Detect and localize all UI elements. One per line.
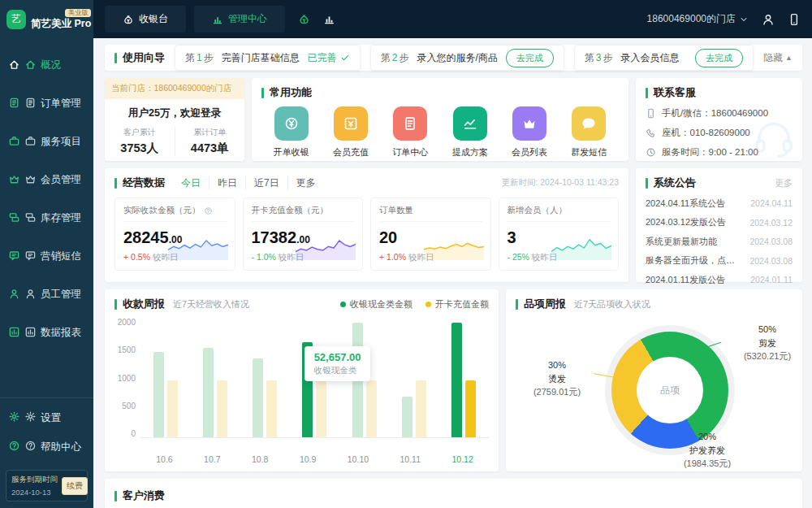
- sidebar-item-gear[interactable]: 设置: [0, 403, 93, 432]
- sidebar-item-report[interactable]: 数据报表: [0, 314, 93, 352]
- sidebar-item-service[interactable]: 服务项目: [0, 123, 93, 161]
- announcement-title[interactable]: 系统更新最新功能: [646, 236, 717, 248]
- announcements-card: 系统公告 更多 2024.04.11系统公告 2024.04.11 2024.0…: [636, 168, 802, 282]
- section-accent-bar: [261, 88, 264, 98]
- announcement-title[interactable]: 2024.01.11发版公告: [646, 274, 725, 286]
- bar-group[interactable]: [402, 380, 426, 437]
- sidebar-item-label: 数据报表: [41, 326, 81, 340]
- bar-group[interactable]: [203, 348, 227, 437]
- step-1-desc: 完善门店基础信息: [222, 51, 300, 65]
- bar-chart-quick-icon[interactable]: [323, 13, 335, 25]
- bar-group[interactable]: [153, 352, 178, 437]
- mobile-icon[interactable]: [788, 13, 801, 26]
- bar[interactable]: [316, 380, 326, 437]
- announcement-row: 2024.03.12发版公告 2024.03.12: [646, 216, 793, 228]
- mobile-icon: [646, 108, 656, 119]
- inventory-icon: [24, 211, 37, 226]
- help-icon: [8, 440, 20, 454]
- bubble-icon: [572, 106, 606, 141]
- weekly-revenue-header: 收款周报 近7天经营收入情况 收银现金类金额 开卡充值金额: [114, 297, 489, 311]
- quick-fn-trend[interactable]: 提成方案: [452, 106, 488, 158]
- bar[interactable]: [253, 358, 263, 437]
- sidebar-footer-menu: 设置 帮助中心: [0, 403, 93, 462]
- quick-fn-yencircle[interactable]: 开单收银: [274, 106, 309, 158]
- section-accent-bar: [114, 178, 117, 189]
- staff-icon: [24, 288, 37, 302]
- sidebar-item-home[interactable]: 概况: [0, 46, 93, 85]
- y-tick: 0: [131, 429, 136, 438]
- business-tab-3[interactable]: 更多: [287, 176, 324, 190]
- bar[interactable]: [416, 380, 426, 437]
- stat-card-3: 新增会员（人） 3 - 25% 较昨日: [499, 198, 620, 271]
- sidebar-item-member[interactable]: 会员管理: [0, 161, 93, 199]
- store-selector-label: 18600469000的门店: [647, 12, 736, 26]
- business-tab-2[interactable]: 近7日: [245, 176, 287, 190]
- announcement-date: 2024.03.12: [749, 218, 793, 228]
- quick-fn-doc[interactable]: 订单中心: [392, 106, 428, 158]
- legend-recharge[interactable]: 开卡充值金额: [425, 298, 489, 310]
- step-1-status: 已完善: [308, 51, 350, 65]
- business-tab-0[interactable]: 今日: [173, 176, 209, 190]
- quick-fn-bubble[interactable]: 群发短信: [571, 106, 607, 158]
- sidebar-item-order[interactable]: 订单管理: [0, 85, 93, 123]
- legend-dot-recharge: [425, 302, 431, 307]
- order-icon: [24, 97, 37, 111]
- bar[interactable]: [203, 348, 214, 437]
- help-icon: [24, 440, 37, 454]
- quick-fn-label: 订单中心: [392, 146, 428, 158]
- sidebar-item-label: 设置: [41, 411, 61, 425]
- hide-guide-button[interactable]: 隐藏▲: [763, 51, 793, 65]
- announcements-header: 系统公告 更多: [646, 176, 793, 190]
- bar-group[interactable]: [451, 323, 476, 437]
- tab-cashier[interactable]: 收银台: [105, 6, 186, 33]
- user-icon[interactable]: [762, 13, 775, 26]
- legend-dot-cash: [340, 302, 346, 307]
- tab-management-center[interactable]: 管理中心: [194, 6, 285, 33]
- bar[interactable]: [266, 380, 277, 437]
- stat-label: 订单数量: [379, 205, 482, 222]
- topbar-right: 18600469000的门店: [647, 12, 801, 26]
- quick-fn-crown[interactable]: 会员列表: [512, 106, 547, 158]
- bar[interactable]: [366, 380, 377, 437]
- sidebar-item-inventory[interactable]: 库存管理: [0, 199, 93, 237]
- step-3-complete-button[interactable]: 去完成: [695, 49, 743, 67]
- sidebar-item-sms[interactable]: 营销短信: [0, 237, 93, 276]
- announcement-title[interactable]: 2024.03.12发版公告: [646, 216, 726, 228]
- weekly-revenue-title: 收款周报: [123, 297, 165, 311]
- store-selector[interactable]: 18600469000的门店: [647, 12, 749, 26]
- business-tab-1[interactable]: 昨日: [209, 176, 245, 190]
- telephone-icon: [646, 128, 656, 138]
- help-icon[interactable]: [204, 206, 213, 215]
- sidebar-item-staff[interactable]: 员工管理: [0, 276, 93, 314]
- row-charts: 收款周报 近7天经营收入情况 收银现金类金额 开卡充值金额 2000150010…: [105, 289, 802, 471]
- x-tick: 10.10: [348, 454, 369, 464]
- logo[interactable]: 艺 美业版 简艺美业 Pro: [0, 0, 93, 38]
- bar[interactable]: [465, 380, 476, 437]
- weekly-revenue-subtitle: 近7天经营收入情况: [173, 298, 249, 310]
- announcement-title[interactable]: 服务器全面升级，点击…: [646, 254, 736, 267]
- announcements-more-link[interactable]: 更多: [775, 177, 793, 189]
- section-accent-bar: [114, 299, 117, 310]
- bar[interactable]: [402, 397, 412, 437]
- clock-icon: [646, 147, 656, 158]
- bar[interactable]: [451, 323, 462, 437]
- moneybag-quick-icon[interactable]: [298, 13, 310, 25]
- legend-cash[interactable]: 收银现金类金额: [340, 298, 412, 310]
- bar-group[interactable]: [253, 358, 277, 437]
- report-icon: [24, 326, 37, 341]
- sidebar-item-help[interactable]: 帮助中心: [0, 432, 93, 462]
- quick-fn-yenbox[interactable]: 会员充值: [333, 106, 369, 158]
- bar-chart: 2000150010005000 52,657.00 收银现金类: [114, 318, 489, 450]
- announcement-title[interactable]: 2024.04.11系统公告: [646, 198, 725, 210]
- bar[interactable]: [167, 380, 178, 437]
- bar-chart-icon: [212, 14, 223, 25]
- renew-button[interactable]: 续费: [62, 477, 88, 495]
- bar[interactable]: [217, 380, 227, 437]
- sidebar-item-label: 会员管理: [41, 173, 81, 187]
- sparkline: [424, 232, 484, 260]
- step-2-complete-button[interactable]: 去完成: [506, 49, 554, 67]
- announcement-row: 2024.04.11系统公告 2024.04.11: [646, 198, 793, 210]
- bar[interactable]: [153, 352, 164, 437]
- quick-functions-card: 常用功能 开单收银 会员充值 订单中心 提成方案 会员列表 群发短信: [252, 78, 628, 161]
- chevron-down-icon: [739, 15, 749, 24]
